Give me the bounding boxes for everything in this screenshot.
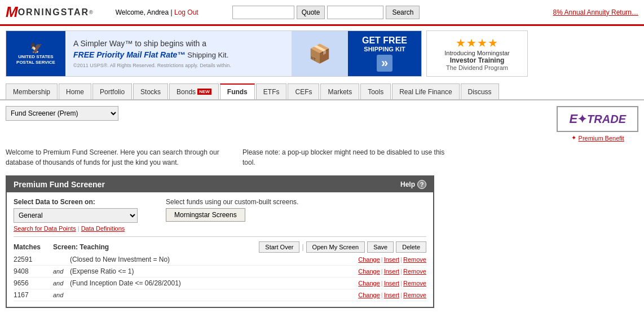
ms-screens-button[interactable]: Morningstar Screens — [166, 208, 245, 222]
nav-etfs[interactable]: ETFs — [256, 83, 287, 99]
logo: M ORNINGSTAR ® — [6, 3, 93, 21]
nav-bonds[interactable]: Bonds NEW — [169, 83, 219, 99]
remove-link-0[interactable]: Remove — [403, 256, 426, 263]
desc-left: Welcome to Premium Fund Screener. Here y… — [6, 147, 226, 168]
and-text: and — [53, 292, 70, 298]
change-link-0[interactable]: Change — [358, 256, 380, 263]
insert-link-3[interactable]: Insert — [384, 292, 400, 298]
sep-2a: | — [381, 280, 383, 287]
usps-logo-line2: POSTAL SERVICE — [16, 60, 55, 65]
ms-intro: Introducing Morningstar — [444, 50, 510, 56]
insert-link-2[interactable]: Insert — [384, 280, 400, 287]
pfs-table-header: Matches Screen: Teaching Start Over | Op… — [14, 236, 426, 253]
etrade-trade: TRADE — [587, 113, 626, 126]
morningstar-banner[interactable]: ★★★★ Introducing Morningstar Investor Tr… — [426, 30, 528, 77]
delete-button[interactable]: Delete — [396, 241, 426, 253]
quote-input[interactable] — [232, 6, 294, 19]
row-actions: Change | Insert | Remove — [358, 256, 426, 263]
pfs-title: Premium Fund Screener — [14, 180, 105, 189]
usps-logo-line1: UNITED STATES — [18, 54, 53, 60]
sep-3a: | — [381, 292, 383, 298]
premium-benefit-link[interactable]: Premium Benefit — [579, 135, 624, 142]
screener-top: Fund Screener (Prem) E ✦ TRADE ✦ Premium… — [6, 106, 638, 142]
data-definitions-link[interactable]: Data Definitions — [81, 225, 125, 232]
remove-link-1[interactable]: Remove — [403, 268, 426, 275]
main: Fund Screener (Prem) E ✦ TRADE ✦ Premium… — [0, 100, 644, 314]
insert-link-1[interactable]: Insert — [384, 268, 400, 275]
premium-benefit[interactable]: ✦ Premium Benefit — [571, 134, 624, 142]
nav-membership[interactable]: Membership — [6, 83, 58, 99]
change-link-1[interactable]: Change — [358, 268, 380, 275]
screener-dropdown-wrapper: Fund Screener (Prem) — [6, 106, 118, 121]
usps-cta-line1: GET FREE — [362, 36, 407, 46]
search-data-points-link[interactable]: Search for Data Points — [14, 225, 76, 232]
logo-text: ORNINGSTAR — [18, 7, 89, 17]
pfs-select-funds: Select funds using our custom-built scre… — [166, 198, 298, 232]
table-row: 9408 and (Expense Ratio <= 1) Change | I… — [14, 266, 426, 278]
remove-link-3[interactable]: Remove — [403, 292, 426, 298]
pfs-select-data-dropdown[interactable]: General — [14, 208, 138, 223]
annuity-link[interactable]: 8% Annual Annuity Return… — [553, 8, 638, 16]
matches-val: 22591 — [14, 256, 53, 263]
usps-box-img: 📦 — [292, 31, 348, 76]
nav-stocks[interactable]: Stocks — [133, 83, 168, 99]
pfs-select-data-label: Select Data to Screen on: — [14, 198, 138, 206]
row-actions: Change | Insert | Remove — [358, 268, 426, 275]
sep-2b: | — [400, 280, 402, 287]
pfs-help[interactable]: Help ? — [400, 180, 426, 189]
sep-3b: | — [400, 292, 402, 298]
welcome-text: Welcome, Andrea | Log Out — [116, 8, 199, 16]
matches-val: 1167 — [14, 291, 53, 299]
row-actions: Change | Insert | Remove — [358, 280, 426, 287]
quote-button[interactable]: Quote — [297, 6, 325, 19]
nav-portfolio[interactable]: Portfolio — [92, 83, 132, 99]
usps-tagline: A Simpler Way™ to ship begins with a — [73, 39, 284, 48]
welcome-label: Welcome, Andrea — [116, 8, 169, 16]
search-input[interactable] — [327, 6, 383, 19]
search-button[interactable]: Search — [386, 6, 420, 19]
pfs-box: Premium Fund Screener Help ? Select Data… — [6, 175, 434, 308]
nav-discuss[interactable]: Discuss — [461, 83, 499, 99]
change-link-2[interactable]: Change — [358, 280, 380, 287]
banners: 🦅 UNITED STATES POSTAL SERVICE A Simpler… — [0, 26, 644, 81]
col-screen-header: Screen: Teaching — [53, 243, 259, 251]
pfs-select-data: Select Data to Screen on: General Search… — [14, 198, 138, 232]
usps-copyright: ©2011 USPS®. All Rights Reserved. Restri… — [73, 63, 284, 68]
nav-home[interactable]: Home — [59, 83, 91, 99]
usps-cta: GET FREE SHIPPING KIT » — [348, 31, 421, 76]
screen-text: (Fund Inception Date <= 06/28/2001) — [70, 279, 358, 287]
row-actions: Change | Insert | Remove — [358, 292, 426, 298]
change-link-3[interactable]: Change — [358, 292, 380, 298]
remove-link-2[interactable]: Remove — [403, 280, 426, 287]
usps-sub: Shipping Kit. — [187, 51, 228, 59]
nav-real-life[interactable]: Real Life Finance — [392, 83, 459, 99]
nav-cefs[interactable]: CEFs — [288, 83, 319, 99]
nav-tools[interactable]: Tools — [360, 83, 391, 99]
help-label: Help — [400, 180, 415, 188]
nav-funds[interactable]: Funds — [220, 83, 255, 99]
description-row: Welcome to Premium Fund Screener. Here y… — [6, 147, 638, 168]
etrade-plus: ✦ — [577, 112, 587, 126]
sep-0a: | — [381, 256, 383, 263]
open-screen-button[interactable]: Open My Screen — [306, 241, 365, 253]
logout-link[interactable]: Log Out — [174, 8, 199, 16]
save-button[interactable]: Save — [367, 241, 394, 253]
usps-highlight: FREE Priority Mail Flat Rate™ Shipping K… — [73, 50, 284, 59]
etrade-e: E — [569, 112, 577, 126]
etrade-logo[interactable]: E ✦ TRADE — [557, 106, 638, 132]
nav-bonds-label: Bonds — [177, 88, 196, 96]
table-row: 1167 and Change | Insert | Remove — [14, 289, 426, 301]
usps-banner[interactable]: 🦅 UNITED STATES POSTAL SERVICE A Simpler… — [6, 30, 422, 77]
pfs-top-row: Select Data to Screen on: General Search… — [14, 198, 426, 232]
ms-title: Investor Training — [450, 56, 505, 64]
usps-cta-arrow: » — [377, 55, 392, 72]
start-over-button[interactable]: Start Over — [259, 241, 299, 253]
sep-1b: | — [400, 268, 402, 275]
usps-logo: 🦅 UNITED STATES POSTAL SERVICE — [6, 31, 65, 76]
sep-0b: | — [400, 256, 402, 263]
insert-link-0[interactable]: Insert — [384, 256, 400, 263]
screener-dropdown[interactable]: Fund Screener (Prem) — [6, 106, 118, 121]
nav-markets[interactable]: Markets — [320, 83, 359, 99]
pfs-select-funds-label: Select funds using our custom-built scre… — [166, 198, 298, 206]
pfs-table-rows: 22591 (Closed to New Investment = No) Ch… — [14, 254, 426, 301]
